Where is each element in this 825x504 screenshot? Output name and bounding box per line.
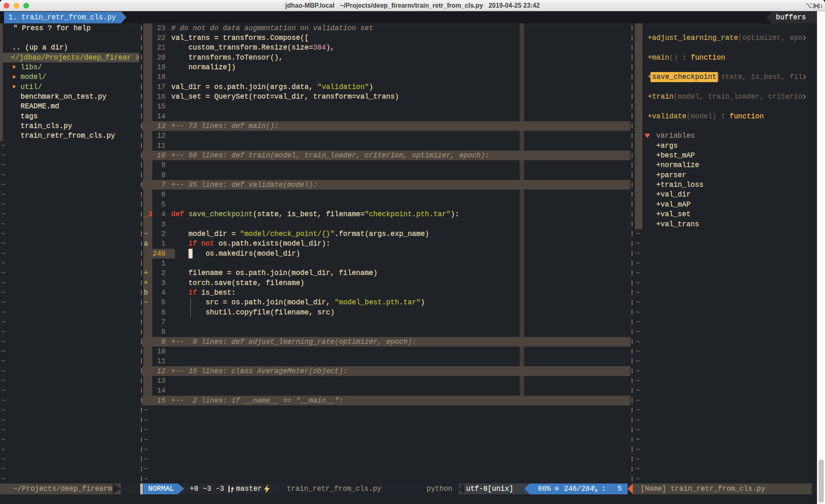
- svg-text:1: 1: [820, 4, 822, 8]
